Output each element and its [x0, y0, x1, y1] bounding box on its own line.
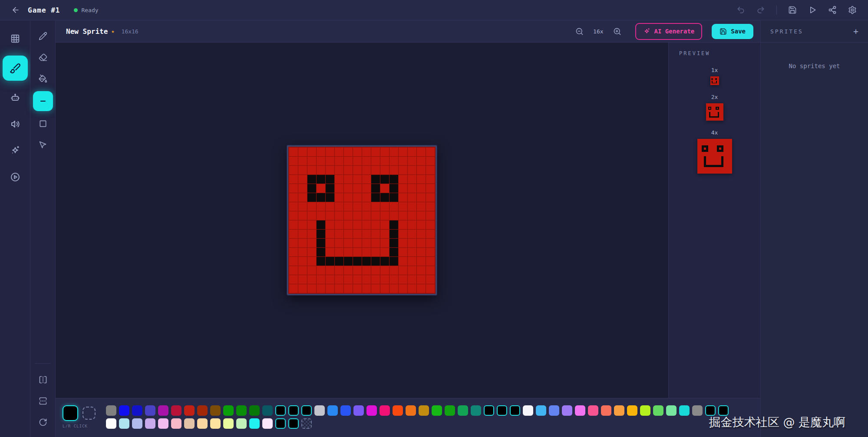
pixel-cell[interactable]: [344, 230, 353, 238]
pixel-cell[interactable]: [353, 148, 362, 156]
pixel-cell[interactable]: [362, 275, 371, 284]
pixel-cell[interactable]: [389, 239, 398, 247]
pixel-cell[interactable]: [298, 175, 307, 184]
pixel-cell[interactable]: [399, 239, 407, 247]
pixel-cell[interactable]: [380, 220, 389, 229]
pixel-cell[interactable]: [380, 257, 389, 266]
palette-swatch[interactable]: [327, 405, 338, 416]
pixel-cell[interactable]: [380, 202, 389, 211]
pixel-cell[interactable]: [317, 184, 325, 193]
pixel-cell[interactable]: [326, 230, 334, 238]
pixel-cell[interactable]: [307, 157, 316, 165]
pixel-cell[interactable]: [335, 275, 343, 284]
pixel-cell[interactable]: [289, 230, 298, 238]
pixel-cell[interactable]: [362, 157, 371, 165]
pixel-cell[interactable]: [408, 220, 416, 229]
pixel-cell[interactable]: [344, 284, 353, 293]
sidebar-item-ai[interactable]: [6, 141, 25, 160]
pixel-cell[interactable]: [289, 148, 298, 156]
pixel-cell[interactable]: [307, 230, 316, 238]
pixel-cell[interactable]: [408, 148, 416, 156]
pixel-cell[interactable]: [399, 193, 407, 202]
palette-swatch[interactable]: [145, 405, 155, 416]
pixel-cell[interactable]: [426, 166, 435, 174]
pixel-cell[interactable]: [426, 239, 435, 247]
palette-swatch[interactable]: [171, 418, 182, 429]
pixel-cell[interactable]: [380, 284, 389, 293]
pixel-cell[interactable]: [371, 257, 380, 266]
tool-select[interactable]: [34, 136, 52, 154]
pixel-cell[interactable]: [317, 148, 325, 156]
pixel-cell[interactable]: [426, 275, 435, 284]
pixel-cell[interactable]: [335, 257, 343, 266]
pixel-cell[interactable]: [389, 202, 398, 211]
pixel-cell[interactable]: [298, 157, 307, 165]
pixel-cell[interactable]: [389, 211, 398, 220]
pixel-cell[interactable]: [326, 257, 334, 266]
pixel-cell[interactable]: [380, 266, 389, 275]
pixel-cell[interactable]: [326, 266, 334, 275]
pixel-cell[interactable]: [417, 230, 426, 238]
pixel-cell[interactable]: [362, 220, 371, 229]
secondary-color-swatch[interactable]: [83, 407, 96, 420]
pixel-cell[interactable]: [298, 239, 307, 247]
pixel-cell[interactable]: [298, 257, 307, 266]
palette-swatch[interactable]: [171, 405, 182, 416]
pixel-cell[interactable]: [289, 184, 298, 193]
palette-swatch[interactable]: [419, 405, 429, 416]
palette-swatch[interactable]: [549, 405, 559, 416]
pixel-cell[interactable]: [362, 248, 371, 256]
pixel-cell[interactable]: [426, 202, 435, 211]
pixel-cell[interactable]: [399, 175, 407, 184]
pixel-cell[interactable]: [380, 248, 389, 256]
pixel-cell[interactable]: [289, 266, 298, 275]
pixel-cell[interactable]: [326, 248, 334, 256]
pixel-cell[interactable]: [298, 248, 307, 256]
pixel-cell[interactable]: [344, 239, 353, 247]
pixel-cell[interactable]: [417, 266, 426, 275]
pixel-cell[interactable]: [298, 166, 307, 174]
pixel-cell[interactable]: [335, 266, 343, 275]
pixel-cell[interactable]: [307, 175, 316, 184]
pixel-cell[interactable]: [408, 275, 416, 284]
pixel-cell[interactable]: [344, 166, 353, 174]
pixel-cell[interactable]: [317, 211, 325, 220]
pixel-cell[interactable]: [307, 275, 316, 284]
pixel-cell[interactable]: [317, 284, 325, 293]
pixel-cell[interactable]: [307, 239, 316, 247]
pixel-cell[interactable]: [317, 166, 325, 174]
palette-swatch[interactable]: [588, 405, 598, 416]
pixel-cell[interactable]: [307, 248, 316, 256]
pixel-cell[interactable]: [380, 211, 389, 220]
pixel-cell[interactable]: [344, 157, 353, 165]
pixel-cell[interactable]: [289, 257, 298, 266]
pixel-cell[interactable]: [389, 184, 398, 193]
pixel-cell[interactable]: [362, 239, 371, 247]
pixel-cell[interactable]: [344, 148, 353, 156]
pixel-cell[interactable]: [362, 257, 371, 266]
pixel-cell[interactable]: [380, 166, 389, 174]
pixel-cell[interactable]: [399, 184, 407, 193]
pixel-cell[interactable]: [289, 275, 298, 284]
palette-swatch[interactable]: [223, 405, 234, 416]
palette-swatch[interactable]: [106, 405, 116, 416]
undo-button[interactable]: [736, 6, 745, 14]
pixel-cell[interactable]: [298, 220, 307, 229]
pixel-cell[interactable]: [289, 175, 298, 184]
tool-fill-bucket[interactable]: [34, 70, 52, 87]
pixel-cell[interactable]: [362, 148, 371, 156]
palette-swatch[interactable]: [536, 405, 546, 416]
pixel-cell[interactable]: [317, 257, 325, 266]
pixel-cell[interactable]: [353, 193, 362, 202]
pixel-cell[interactable]: [408, 175, 416, 184]
palette-swatch[interactable]: [184, 418, 195, 429]
pixel-cell[interactable]: [307, 266, 316, 275]
pixel-cell[interactable]: [417, 239, 426, 247]
pixel-cell[interactable]: [326, 220, 334, 229]
palette-swatch[interactable]: [614, 405, 624, 416]
pixel-cell[interactable]: [417, 257, 426, 266]
tool-eraser[interactable]: [34, 49, 52, 66]
pixel-cell[interactable]: [335, 193, 343, 202]
pixel-cell[interactable]: [344, 202, 353, 211]
pixel-cell[interactable]: [380, 275, 389, 284]
